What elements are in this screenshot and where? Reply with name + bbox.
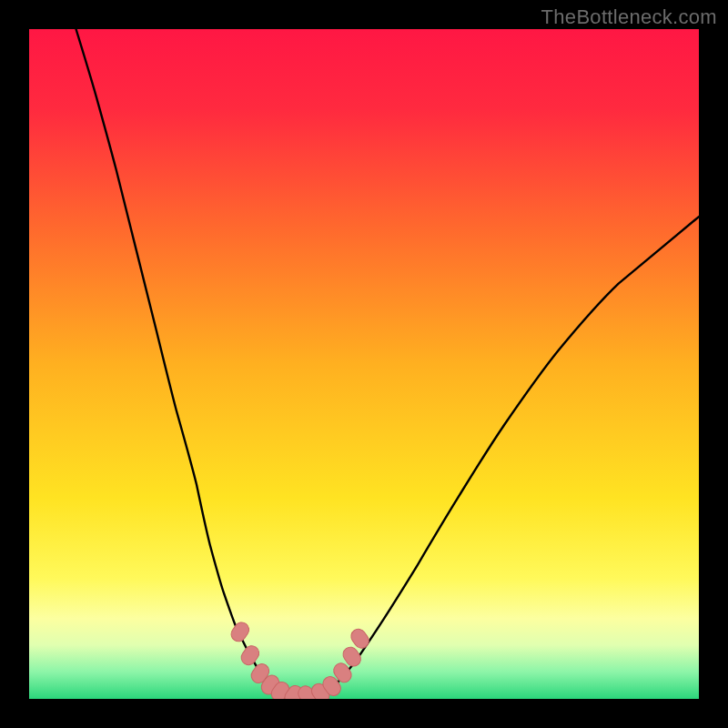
chart-frame: TheBottleneck.com — [0, 0, 728, 728]
chart-svg — [29, 29, 699, 699]
gradient-background — [29, 29, 699, 699]
watermark-text: TheBottleneck.com — [541, 5, 717, 29]
plot-area — [29, 29, 699, 699]
